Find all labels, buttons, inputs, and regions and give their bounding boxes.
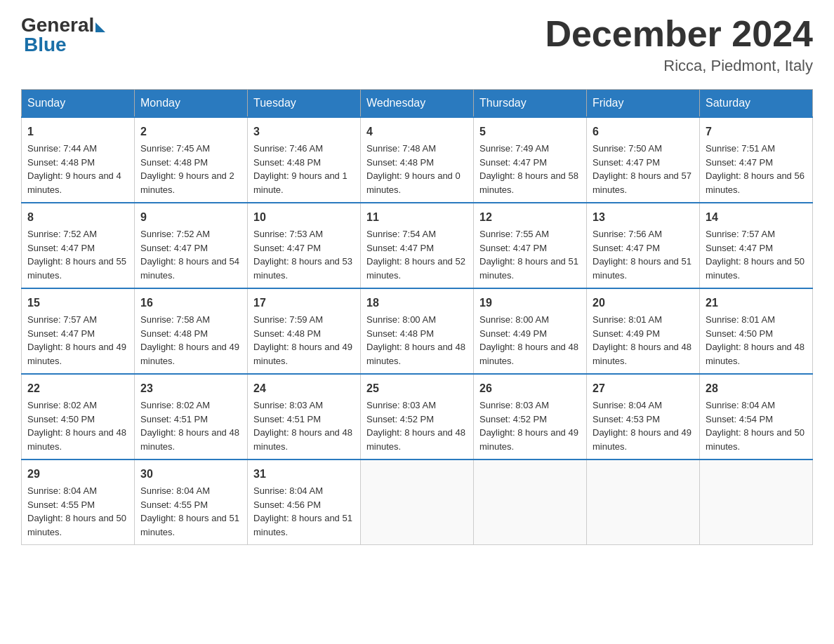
calendar-cell: 17 Sunrise: 7:59 AMSunset: 4:48 PMDaylig… [248,288,361,374]
day-number: 12 [479,209,581,226]
day-header-monday: Monday [135,90,248,118]
calendar-cell: 19 Sunrise: 8:00 AMSunset: 4:49 PMDaylig… [474,288,587,374]
day-number: 21 [706,295,807,311]
day-info: Sunrise: 7:46 AMSunset: 4:48 PMDaylight:… [253,143,348,195]
calendar-cell: 22 Sunrise: 8:02 AMSunset: 4:50 PMDaylig… [22,374,135,459]
day-number: 11 [366,209,468,226]
day-number: 7 [706,123,807,140]
week-row-5: 29 Sunrise: 8:04 AMSunset: 4:55 PMDaylig… [22,459,813,545]
day-info: Sunrise: 7:57 AMSunset: 4:47 PMDaylight:… [706,229,805,281]
day-info: Sunrise: 8:03 AMSunset: 4:52 PMDaylight:… [366,400,465,452]
calendar-cell [700,459,813,545]
calendar-cell: 1 Sunrise: 7:44 AMSunset: 4:48 PMDayligh… [22,117,135,203]
logo: General Blue [21,14,105,56]
calendar-cell: 16 Sunrise: 7:58 AMSunset: 4:48 PMDaylig… [135,288,248,374]
day-header-saturday: Saturday [700,90,813,118]
calendar-cell: 6 Sunrise: 7:50 AMSunset: 4:47 PMDayligh… [587,117,700,203]
day-info: Sunrise: 8:03 AMSunset: 4:51 PMDaylight:… [253,400,352,452]
day-header-tuesday: Tuesday [248,90,361,118]
day-number: 10 [253,209,355,226]
day-header-thursday: Thursday [474,90,587,118]
title-section: December 2024 Ricca, Piedmont, Italy [545,14,813,75]
day-header-friday: Friday [587,90,700,118]
day-info: Sunrise: 8:04 AMSunset: 4:55 PMDaylight:… [27,485,126,537]
day-number: 5 [479,123,581,140]
day-number: 20 [593,295,694,311]
day-number: 8 [27,209,128,226]
calendar-cell: 8 Sunrise: 7:52 AMSunset: 4:47 PMDayligh… [22,203,135,288]
week-row-4: 22 Sunrise: 8:02 AMSunset: 4:50 PMDaylig… [22,374,813,459]
day-info: Sunrise: 7:56 AMSunset: 4:47 PMDaylight:… [593,229,691,281]
week-row-1: 1 Sunrise: 7:44 AMSunset: 4:48 PMDayligh… [22,117,813,203]
day-info: Sunrise: 8:04 AMSunset: 4:54 PMDaylight:… [706,400,805,452]
calendar-cell: 2 Sunrise: 7:45 AMSunset: 4:48 PMDayligh… [135,117,248,203]
week-row-3: 15 Sunrise: 7:57 AMSunset: 4:47 PMDaylig… [22,288,813,374]
day-number: 25 [366,380,468,397]
day-info: Sunrise: 7:53 AMSunset: 4:47 PMDaylight:… [253,229,352,281]
calendar-cell: 5 Sunrise: 7:49 AMSunset: 4:47 PMDayligh… [474,117,587,203]
calendar-cell: 3 Sunrise: 7:46 AMSunset: 4:48 PMDayligh… [248,117,361,203]
day-header-wednesday: Wednesday [361,90,474,118]
day-number: 16 [140,295,241,311]
day-info: Sunrise: 7:59 AMSunset: 4:48 PMDaylight:… [253,314,352,366]
day-number: 27 [593,380,694,397]
day-info: Sunrise: 7:52 AMSunset: 4:47 PMDaylight:… [140,229,239,281]
day-number: 19 [479,295,581,311]
day-number: 4 [366,123,468,140]
day-info: Sunrise: 8:01 AMSunset: 4:49 PMDaylight:… [593,314,691,366]
day-info: Sunrise: 8:02 AMSunset: 4:50 PMDaylight:… [27,400,126,452]
day-info: Sunrise: 7:57 AMSunset: 4:47 PMDaylight:… [27,314,126,366]
day-number: 31 [253,466,355,483]
calendar-cell: 7 Sunrise: 7:51 AMSunset: 4:47 PMDayligh… [700,117,813,203]
day-number: 23 [140,380,241,397]
day-info: Sunrise: 8:04 AMSunset: 4:56 PMDaylight:… [253,485,352,537]
calendar-cell: 18 Sunrise: 8:00 AMSunset: 4:48 PMDaylig… [361,288,474,374]
location-subtitle: Ricca, Piedmont, Italy [545,57,813,75]
calendar-cell [361,459,474,545]
day-number: 18 [366,295,468,311]
calendar-cell: 9 Sunrise: 7:52 AMSunset: 4:47 PMDayligh… [135,203,248,288]
calendar-cell: 27 Sunrise: 8:04 AMSunset: 4:53 PMDaylig… [587,374,700,459]
calendar-cell: 13 Sunrise: 7:56 AMSunset: 4:47 PMDaylig… [587,203,700,288]
week-row-2: 8 Sunrise: 7:52 AMSunset: 4:47 PMDayligh… [22,203,813,288]
day-number: 15 [27,295,128,311]
day-number: 29 [27,466,128,483]
calendar-cell: 26 Sunrise: 8:03 AMSunset: 4:52 PMDaylig… [474,374,587,459]
day-number: 3 [253,123,355,140]
day-header-sunday: Sunday [22,90,135,118]
day-number: 1 [27,123,128,140]
day-info: Sunrise: 8:00 AMSunset: 4:48 PMDaylight:… [366,314,465,366]
day-info: Sunrise: 7:50 AMSunset: 4:47 PMDaylight:… [593,143,691,195]
day-info: Sunrise: 7:48 AMSunset: 4:48 PMDaylight:… [366,143,461,195]
calendar-cell [587,459,700,545]
day-info: Sunrise: 8:04 AMSunset: 4:53 PMDaylight:… [593,400,691,452]
calendar-cell: 25 Sunrise: 8:03 AMSunset: 4:52 PMDaylig… [361,374,474,459]
day-info: Sunrise: 8:04 AMSunset: 4:55 PMDaylight:… [140,485,239,537]
day-info: Sunrise: 7:44 AMSunset: 4:48 PMDaylight:… [27,143,121,195]
logo-arrow-icon [95,22,105,32]
calendar-cell: 23 Sunrise: 8:02 AMSunset: 4:51 PMDaylig… [135,374,248,459]
day-info: Sunrise: 7:45 AMSunset: 4:48 PMDaylight:… [140,143,234,195]
calendar-cell: 20 Sunrise: 8:01 AMSunset: 4:49 PMDaylig… [587,288,700,374]
calendar-cell: 15 Sunrise: 7:57 AMSunset: 4:47 PMDaylig… [22,288,135,374]
day-number: 13 [593,209,694,226]
day-info: Sunrise: 7:52 AMSunset: 4:47 PMDaylight:… [27,229,126,281]
day-info: Sunrise: 8:03 AMSunset: 4:52 PMDaylight:… [479,400,578,452]
header: General Blue December 2024 Ricca, Piedmo… [21,14,813,75]
day-info: Sunrise: 8:01 AMSunset: 4:50 PMDaylight:… [706,314,805,366]
calendar-cell: 11 Sunrise: 7:54 AMSunset: 4:47 PMDaylig… [361,203,474,288]
calendar-cell: 12 Sunrise: 7:55 AMSunset: 4:47 PMDaylig… [474,203,587,288]
calendar-cell: 10 Sunrise: 7:53 AMSunset: 4:47 PMDaylig… [248,203,361,288]
day-info: Sunrise: 7:55 AMSunset: 4:47 PMDaylight:… [479,229,578,281]
calendar-cell: 31 Sunrise: 8:04 AMSunset: 4:56 PMDaylig… [248,459,361,545]
header-row: SundayMondayTuesdayWednesdayThursdayFrid… [22,90,813,118]
calendar-cell [474,459,587,545]
calendar-cell: 29 Sunrise: 8:04 AMSunset: 4:55 PMDaylig… [22,459,135,545]
day-info: Sunrise: 7:51 AMSunset: 4:47 PMDaylight:… [706,143,805,195]
calendar-cell: 21 Sunrise: 8:01 AMSunset: 4:50 PMDaylig… [700,288,813,374]
day-number: 30 [140,466,241,483]
day-number: 26 [479,380,581,397]
day-number: 24 [253,380,355,397]
calendar-table: SundayMondayTuesdayWednesdayThursdayFrid… [21,89,813,545]
day-number: 28 [706,380,807,397]
